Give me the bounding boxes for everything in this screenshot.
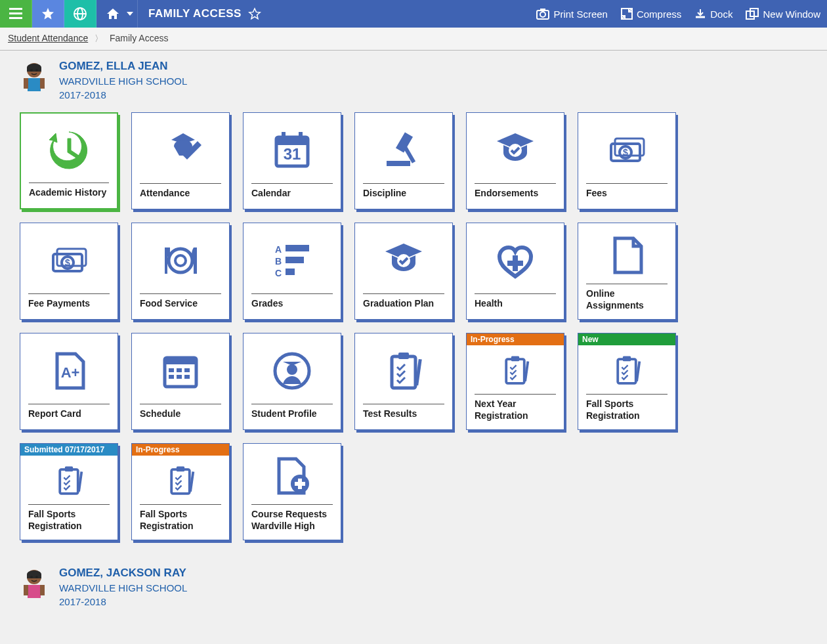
svg-rect-61 — [40, 78, 45, 89]
svg-rect-43 — [9, 12, 22, 14]
print-screen-button[interactable]: Print Screen — [530, 0, 614, 28]
history-icon — [21, 114, 117, 182]
svg-point-63 — [30, 576, 33, 578]
tile-label: Fall Sports Registration — [578, 398, 675, 429]
tile-label: Fall Sports Registration — [132, 509, 229, 540]
tile-label: Schedule — [132, 408, 229, 429]
doc-icon — [578, 223, 675, 284]
tile-test-results[interactable]: Test Results — [354, 333, 453, 430]
tile-next-year-registration[interactable]: In-Progress Next Year Registration — [466, 333, 564, 430]
tile-student-profile[interactable]: Student Profile — [243, 333, 341, 430]
svg-rect-42 — [9, 8, 22, 10]
svg-point-51 — [540, 12, 545, 17]
gradcheck-icon — [467, 113, 564, 183]
tile-discipline[interactable]: Discipline — [354, 112, 453, 209]
tile-label: Report Card — [20, 408, 117, 429]
student-school: WARDVILLE HIGH SCHOOL — [59, 75, 187, 87]
tile-label: Academic History — [21, 187, 117, 208]
tile-fee-payments[interactable]: Fee Payments — [20, 223, 118, 320]
hamburger-icon — [9, 8, 22, 20]
clipboard-icon — [355, 333, 452, 404]
status-badge: New — [578, 333, 675, 345]
tile-label: Discipline — [355, 188, 452, 209]
tile-report-card[interactable]: Report Card — [20, 333, 118, 430]
new-window-button[interactable]: New Window — [739, 0, 827, 28]
tile-label: Online Assignments — [578, 288, 675, 319]
tile-label: Graduation Plan — [355, 298, 452, 319]
student-header: GOMEZ, JACKSON RAY WARDVILLE HIGH SCHOOL… — [20, 567, 807, 607]
tile-label: Course Requests Wardville High — [244, 509, 341, 540]
home-icon — [106, 7, 120, 20]
money-icon — [20, 223, 117, 293]
status-badge: In-Progress — [132, 444, 229, 456]
tile-attendance[interactable]: Attendance — [131, 112, 230, 209]
tile-label: Attendance — [132, 188, 229, 209]
health-icon — [467, 223, 564, 293]
svg-marker-49 — [249, 9, 261, 19]
tile-fall-sports-registration[interactable]: Submitted 07/17/2017 Fall Sports Registr… — [20, 443, 118, 540]
tile-label: Fee Payments — [20, 298, 117, 319]
calendar-icon — [244, 113, 341, 183]
tile-calendar[interactable]: Calendar — [243, 112, 341, 209]
profile-icon — [244, 333, 341, 404]
breadcrumb-parent[interactable]: Student Attendance — [8, 33, 88, 43]
docplus-icon — [244, 444, 341, 504]
tile-label: Endorsements — [467, 188, 564, 209]
status-badge: Submitted 07/17/2017 — [20, 444, 117, 456]
topbar: FAMILY ACCESS Print Screen Compress Dock… — [0, 0, 827, 28]
tile-label: Student Profile — [244, 408, 341, 429]
money-icon — [578, 113, 675, 183]
tile-label: Calendar — [244, 188, 341, 209]
page-title: FAMILY ACCESS — [138, 0, 272, 28]
tile-health[interactable]: Health — [466, 223, 564, 320]
tile-label: Grades — [244, 298, 341, 319]
svg-rect-66 — [24, 585, 28, 595]
svg-rect-44 — [9, 17, 22, 19]
breadcrumb-current: Family Access — [110, 33, 168, 43]
menu-button[interactable] — [0, 0, 32, 28]
breadcrumb: Student Attendance 〉 Family Access — [0, 28, 827, 51]
attendance-icon — [132, 113, 229, 183]
avatar — [20, 567, 49, 598]
globe-icon — [74, 7, 87, 20]
status-badge: In-Progress — [467, 333, 564, 345]
tile-grades[interactable]: Grades — [243, 223, 341, 320]
dock-icon — [694, 8, 706, 20]
chevron-down-icon — [127, 12, 133, 16]
student-header: GOMEZ, ELLA JEAN WARDVILLE HIGH SCHOOL 2… — [20, 60, 807, 100]
page-title-text: FAMILY ACCESS — [148, 7, 242, 20]
gavel-icon — [355, 113, 452, 183]
student-name: GOMEZ, JACKSON RAY — [59, 567, 187, 580]
tile-academic-history[interactable]: Academic History — [20, 112, 118, 209]
tile-label: Health — [467, 298, 564, 319]
home-button[interactable] — [96, 0, 138, 28]
food-icon — [132, 223, 229, 293]
svg-point-57 — [30, 69, 33, 72]
gradcheck-icon — [355, 223, 452, 293]
tile-grid: Academic History Attendance Calendar Dis… — [20, 112, 807, 540]
tile-schedule[interactable]: Schedule — [131, 333, 230, 430]
svg-rect-60 — [24, 78, 28, 89]
svg-rect-65 — [28, 585, 41, 598]
tile-online-assignments[interactable]: Online Assignments — [578, 223, 676, 320]
tile-label: Fall Sports Registration — [20, 509, 117, 540]
favorites-button[interactable] — [32, 0, 64, 28]
tile-label: Food Service — [132, 298, 229, 319]
dock-button[interactable]: Dock — [688, 0, 739, 28]
svg-marker-45 — [42, 8, 54, 20]
student-school: WARDVILLE HIGH SCHOOL — [59, 582, 187, 593]
compress-button[interactable]: Compress — [614, 0, 688, 28]
tile-course-requests-wardville-high[interactable]: Course Requests Wardville High — [243, 443, 341, 540]
tile-food-service[interactable]: Food Service — [131, 223, 230, 320]
favorite-toggle[interactable] — [248, 7, 261, 20]
camera-icon — [536, 8, 549, 20]
tile-graduation-plan[interactable]: Graduation Plan — [354, 223, 453, 320]
svg-point-58 — [35, 69, 38, 72]
tile-fall-sports-registration[interactable]: New Fall Sports Registration — [578, 333, 676, 430]
globe-button[interactable] — [64, 0, 96, 28]
schedule-icon — [132, 333, 229, 404]
tile-fall-sports-registration[interactable]: In-Progress Fall Sports Registration — [131, 443, 230, 540]
tile-fees[interactable]: Fees — [578, 112, 676, 209]
tile-label: Fees — [578, 188, 675, 209]
tile-endorsements[interactable]: Endorsements — [466, 112, 564, 209]
